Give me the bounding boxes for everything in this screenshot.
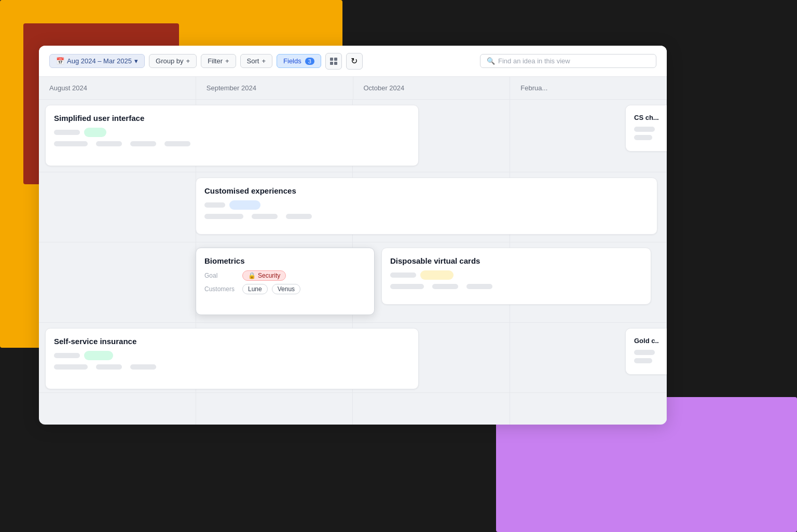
cs-title: CS ch... xyxy=(634,114,658,121)
ph-d-3 xyxy=(432,284,458,289)
ph-2 xyxy=(54,141,88,146)
ph-3 xyxy=(96,141,122,146)
timeline-row-2: Customised experiences xyxy=(39,172,667,242)
self-service-row-2 xyxy=(54,364,410,370)
timeline-row-3: Biometrics Goal 🔒 Security Customers Lun… xyxy=(39,242,667,323)
simplified-tag xyxy=(84,128,106,137)
main-panel: 📅 Aug 2024 – Mar 2025 ▾ Group by + Filte… xyxy=(39,46,667,425)
ph-c-2 xyxy=(204,214,243,219)
lune-tag: Lune xyxy=(242,284,268,294)
ph-ss-4 xyxy=(130,364,156,370)
venus-tag: Venus xyxy=(272,284,300,294)
ph-4 xyxy=(130,141,156,146)
gold-title: Gold c... xyxy=(634,337,658,345)
biometrics-title: Biometrics xyxy=(204,256,366,265)
security-emoji: 🔒 xyxy=(248,272,256,279)
col-header-aug: August 2024 xyxy=(39,77,196,99)
chevron-down-icon: ▾ xyxy=(134,57,138,65)
card-self-service[interactable]: Self-service insurance xyxy=(45,328,419,389)
sort-label: Sort xyxy=(247,57,259,65)
fields-count-badge: 3 xyxy=(305,58,314,65)
timeline-body: Simplified user interface CS ch... xyxy=(39,100,667,425)
table-view-icon[interactable] xyxy=(325,53,342,70)
svg-rect-1 xyxy=(334,58,337,61)
col-header-sep: September 2024 xyxy=(196,77,353,99)
search-box[interactable]: 🔍 Find an idea in this view xyxy=(480,54,656,68)
ph-g-1 xyxy=(634,350,655,355)
timeline-row-4: Self-service insurance Gold c... xyxy=(39,323,667,393)
ph-d-4 xyxy=(466,284,492,289)
self-service-tag xyxy=(84,351,113,360)
security-tag: 🔒 Security xyxy=(242,270,286,281)
plus-icon-sort: + xyxy=(262,57,266,65)
card-biometrics[interactable]: Biometrics Goal 🔒 Security Customers Lun… xyxy=(196,248,375,315)
ph-d-2 xyxy=(390,284,424,289)
ph-ss-2 xyxy=(54,364,88,370)
toolbar: 📅 Aug 2024 – Mar 2025 ▾ Group by + Filte… xyxy=(39,46,667,77)
svg-rect-2 xyxy=(330,62,333,65)
card-customised[interactable]: Customised experiences xyxy=(196,178,657,235)
biometrics-customers-row: Customers Lune Venus xyxy=(204,284,366,294)
self-service-row-1 xyxy=(54,351,410,360)
col-header-feb: Februa... xyxy=(510,77,667,99)
card-disposable[interactable]: Disposable virtual cards xyxy=(381,248,651,305)
filter-label: Filter xyxy=(208,57,223,65)
disposable-title: Disposable virtual cards xyxy=(390,256,642,265)
ph-cs-2 xyxy=(634,135,652,140)
disposable-tag xyxy=(420,270,454,280)
biometrics-goal-row: Goal 🔒 Security xyxy=(204,270,366,281)
fields-button[interactable]: Fields 3 xyxy=(277,54,321,68)
customised-tag xyxy=(229,200,260,210)
plus-icon: + xyxy=(186,57,190,65)
security-label: Security xyxy=(258,272,280,279)
simplified-row-2 xyxy=(54,141,410,146)
customised-row-2 xyxy=(204,214,649,219)
customers-label: Customers xyxy=(204,285,238,293)
filter-button[interactable]: Filter + xyxy=(201,54,236,68)
customised-title: Customised experiences xyxy=(204,186,649,195)
simplified-title: Simplified user interface xyxy=(54,114,410,122)
timeline-empty-space xyxy=(39,393,667,425)
ph-5 xyxy=(164,141,190,146)
refresh-icon[interactable]: ↻ xyxy=(346,53,363,70)
goal-label: Goal xyxy=(204,272,238,279)
ph-d-1 xyxy=(390,272,416,278)
ph-g-2 xyxy=(634,358,652,363)
calendar-icon: 📅 xyxy=(56,57,64,65)
plus-icon-filter: + xyxy=(225,57,229,65)
card-cs[interactable]: CS ch... xyxy=(625,105,667,152)
timeline-header: August 2024 September 2024 October 2024 … xyxy=(39,77,667,100)
ph-ss-1 xyxy=(54,353,80,358)
disposable-row-1 xyxy=(390,270,642,280)
fields-label: Fields xyxy=(283,57,301,65)
date-range-label: Aug 2024 – Mar 2025 xyxy=(67,57,132,65)
self-service-title: Self-service insurance xyxy=(54,337,410,346)
ph-cs-1 xyxy=(634,127,655,132)
col-header-oct: October 2024 xyxy=(353,77,511,99)
search-icon: 🔍 xyxy=(487,57,495,65)
group-by-label: Group by xyxy=(156,57,183,65)
ph-c-1 xyxy=(204,202,225,208)
ph-ss-3 xyxy=(96,364,122,370)
date-range-button[interactable]: 📅 Aug 2024 – Mar 2025 ▾ xyxy=(49,54,145,68)
ph-c-3 xyxy=(252,214,278,219)
svg-rect-3 xyxy=(334,62,337,65)
customised-row-1 xyxy=(204,200,649,210)
sort-button[interactable]: Sort + xyxy=(240,54,272,68)
simplified-row-1 xyxy=(54,128,410,137)
ph-1 xyxy=(54,130,80,135)
disposable-row-2 xyxy=(390,284,642,289)
card-simplified[interactable]: Simplified user interface xyxy=(45,105,419,166)
timeline-row-1: Simplified user interface CS ch... xyxy=(39,100,667,172)
group-by-button[interactable]: Group by + xyxy=(149,54,197,68)
card-gold[interactable]: Gold c... xyxy=(625,328,667,375)
search-placeholder: Find an idea in this view xyxy=(498,57,570,65)
svg-rect-0 xyxy=(330,58,333,61)
ph-c-4 xyxy=(286,214,312,219)
